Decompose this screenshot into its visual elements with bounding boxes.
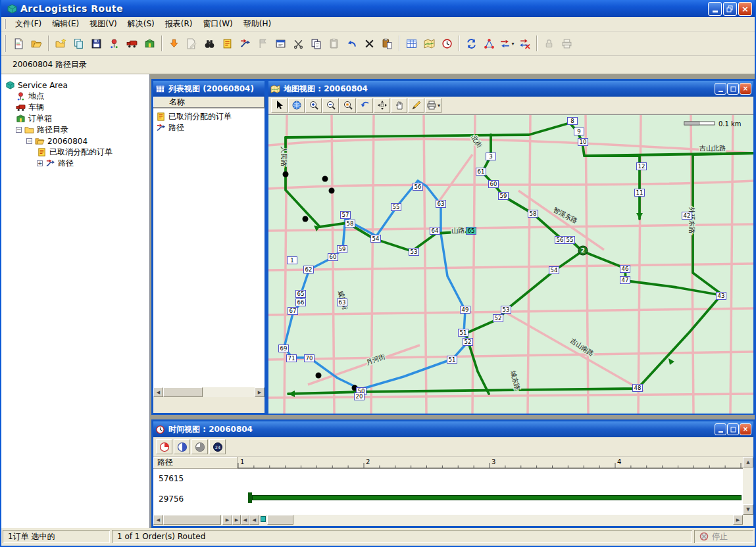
time-right-scroll-track[interactable] [259,515,733,525]
time-left-scroll-right-button[interactable]: ▶ [222,515,232,525]
time-scroll-up-button[interactable]: ▲ [743,457,753,467]
collapse-toggle[interactable]: − [16,127,22,133]
undo-button[interactable] [343,35,361,52]
menu-item-6[interactable]: 帮助(H) [238,18,276,30]
map-stop-67[interactable]: 67 [288,308,298,315]
list-item-unassigned-orders[interactable]: 已取消分配的订单 [153,111,265,122]
map-stop-59[interactable]: 59 [499,193,509,200]
import-orders-button[interactable] [165,35,183,52]
menu-item-5[interactable]: 窗口(W) [197,18,238,30]
map-stop-61[interactable]: 61 [476,168,486,176]
map-stop-60[interactable]: 60 [489,181,499,188]
map-stop-8[interactable]: 8 [568,118,578,125]
map-stop-56[interactable]: 56 [413,183,423,191]
map-stop-63[interactable]: 63 [436,201,446,208]
map-stop-46[interactable]: 46 [620,266,630,273]
map-stop-53[interactable]: 53 [501,306,511,314]
order-dot[interactable] [322,176,328,182]
time-vscrollbar[interactable]: ▲ ▼ [743,457,753,515]
map-stop-48[interactable]: 48 [633,385,643,392]
full-extent-tool[interactable] [374,98,390,113]
map-minimize-button[interactable] [715,83,726,95]
map-stop-1[interactable]: 1 [288,257,297,264]
delete-button[interactable] [361,35,378,52]
close-button[interactable]: × [738,2,752,16]
map-stop-58[interactable]: 58 [345,220,355,227]
time-left-scroll-track[interactable] [163,515,222,525]
dropdown-caret[interactable]: ▾ [511,41,514,47]
time-row-29756[interactable]: 29756 [159,494,184,504]
map-stop-59[interactable]: 59 [338,246,347,253]
time-left-scroll-left-button[interactable]: ◀ [153,515,163,525]
time-minimize-button[interactable] [715,423,726,435]
time-right-scroll-left-button[interactable]: ◀ [249,515,259,525]
map-stop-55[interactable]: 55 [391,204,401,211]
map-view-button[interactable] [420,35,438,52]
new-order-button[interactable] [218,35,236,52]
new-button[interactable] [10,35,28,52]
locations-button[interactable] [105,35,123,52]
save-button[interactable] [88,35,105,52]
zoom-to-selection-tool[interactable] [340,98,356,113]
menu-item-3[interactable]: 解决(S) [122,18,160,30]
map-canvas[interactable]: 0.1 km 北街吉山北路人民路智溪东路山路外环东路威海街月河街吉山南路城东路 … [268,114,753,413]
map-stop-52[interactable]: 52 [463,339,473,346]
menu-item-4[interactable]: 报表(R) [160,18,198,30]
print-map-tool[interactable]: ▾ [425,98,441,113]
open-button[interactable] [28,35,45,52]
select-tool[interactable] [271,98,288,113]
time-scale-quarter-button[interactable] [156,439,172,454]
copy-item-button[interactable] [70,35,88,52]
properties-button[interactable] [272,35,290,52]
list-scroll-left-button[interactable]: ◀ [153,387,163,397]
tree-item-routes-20060804[interactable]: −20060804 [1,135,149,147]
map-close-button[interactable]: × [740,83,751,95]
map-stop-20[interactable]: 20 [355,393,365,400]
map-stop-10[interactable]: 10 [578,139,588,146]
time-maximize-button[interactable] [727,423,739,435]
collapse-toggle[interactable]: − [26,138,32,144]
time-view-button[interactable] [438,35,456,52]
map-stop-65[interactable]: 65 [296,291,306,298]
time-vscroll-track[interactable] [743,467,753,504]
order-dot[interactable] [283,172,289,178]
unassign-orders-button[interactable] [516,35,534,52]
map-stop-12[interactable]: 12 [637,163,647,170]
pane-split-left-button[interactable]: ◀ [241,515,249,525]
tree-item-orders-box[interactable]: 订单箱 [1,113,149,124]
minimize-button[interactable] [708,2,722,16]
tree-item-routes[interactable]: +路径 [1,158,149,169]
map-stop-3[interactable]: 3 [486,153,496,160]
order-dot[interactable] [303,216,309,222]
map-stop-58[interactable]: 58 [528,210,538,218]
expand-toggle[interactable]: + [37,160,43,166]
menu-item-1[interactable]: 编辑(E) [47,18,84,30]
list-view-button[interactable] [403,35,420,52]
map-stop-56[interactable]: 56 [555,237,565,244]
order-dot[interactable] [329,188,335,194]
tree-item-vehicles[interactable]: 车辆 [1,102,149,113]
time-cursor-handle[interactable] [261,516,266,522]
map-stop-47[interactable]: 47 [620,277,630,284]
copy-button[interactable] [307,35,325,52]
map-stop-64[interactable]: 64 [430,227,440,235]
map-stop-42[interactable]: 42 [682,212,692,220]
list-scroll-right-button[interactable]: ▶ [255,387,265,397]
map-view-titlebar[interactable]: 地图视图 : 20060804 × [268,81,753,97]
restore-button[interactable] [723,2,737,16]
orders-box-button[interactable] [141,35,159,52]
map-stop-57[interactable]: 57 [341,212,351,219]
map-stop-69[interactable]: 69 [279,345,289,352]
map-stop-66[interactable]: 66 [296,299,306,306]
pane-split-right-button[interactable]: ▶ [232,515,241,525]
new-route-button[interactable] [236,35,254,52]
time-scale-day-button[interactable] [209,439,226,454]
map-stop-9[interactable]: 9 [574,128,584,135]
list-item-routes[interactable]: 路径 [153,122,265,133]
dropdown-caret[interactable]: ▾ [438,103,440,108]
new-folder-button[interactable] [52,35,70,52]
zoom-out-tool[interactable] [322,98,339,113]
map-stop-54[interactable]: 54 [549,267,559,274]
list-column-header[interactable]: 名称 [153,97,265,108]
map-maximize-button[interactable] [727,83,739,95]
